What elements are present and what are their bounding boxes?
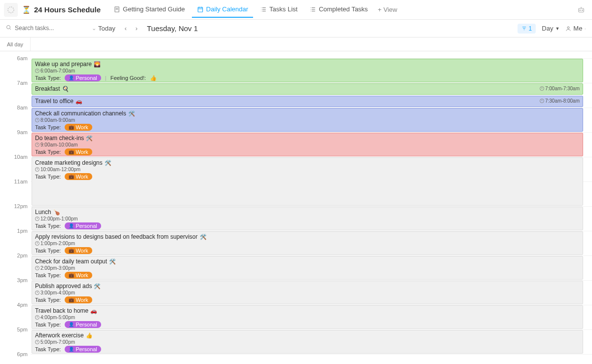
clock-icon <box>35 118 39 122</box>
filter-button[interactable]: 1 <box>518 24 536 34</box>
event-emoji-icon: 🛠️ <box>109 258 116 265</box>
event-title: Breakfast <box>35 85 60 92</box>
event-time: 10:00am-12:00pm <box>40 167 80 172</box>
task-type-label: Task Type: <box>35 223 61 229</box>
search-input[interactable] <box>15 25 89 32</box>
clock-icon <box>35 217 39 221</box>
event-time: 1:00pm-2:00pm <box>40 241 75 246</box>
task-type-badge: 👤Personal <box>65 222 101 229</box>
calendar-event[interactable]: Travel back to home 🚗4:00pm-5:00pmTask T… <box>32 305 583 329</box>
hour-label: 3pm <box>17 277 28 283</box>
event-time: 12:00pm-1:00pm <box>40 216 78 221</box>
calendar-event[interactable]: Publish approved ads 🛠️3:00pm-4:00pmTask… <box>32 281 583 304</box>
event-emoji-icon: 🛠️ <box>105 160 111 166</box>
me-filter-button[interactable]: Me · <box>565 25 586 32</box>
hour-label: 2pm <box>17 253 28 258</box>
task-type-badge: 👤Personal <box>65 321 101 328</box>
tab-getting-started-guide[interactable]: Getting Started Guide <box>109 1 190 18</box>
prev-day-button[interactable]: ‹ <box>121 24 130 33</box>
event-time: 2:00pm-3:00pm <box>40 265 75 271</box>
calendar-event[interactable]: Create marketing designs 🛠️10:00am-12:00… <box>32 157 583 206</box>
calendar-event[interactable]: Travel to office 🚗7:30am-8:00am <box>32 96 583 107</box>
tab-completed-tasks[interactable]: Completed Tasks <box>304 1 372 18</box>
today-button[interactable]: Today <box>98 25 115 32</box>
view-mode-select[interactable]: Day ▼ <box>542 25 559 32</box>
search-icon <box>6 25 12 32</box>
badge-icon: 👤 <box>69 347 74 352</box>
top-bar: ⏳ 24 Hours Schedule Getting Started Guid… <box>0 0 592 20</box>
calendar-event[interactable]: Afterwork exercise 👍5:00pm-7:00pmTask Ty… <box>32 330 583 354</box>
allday-lane[interactable] <box>31 37 592 51</box>
events-grid[interactable]: Wake up and prepare 🌄6:00am-7:00amTask T… <box>31 51 592 364</box>
filter-count: 1 <box>529 25 532 32</box>
hour-label: 6am <box>17 55 28 61</box>
event-title: Wake up and prepare <box>35 61 92 68</box>
event-title: Travel to office <box>35 98 74 105</box>
calendar-event[interactable]: Wake up and prepare 🌄6:00am-7:00amTask T… <box>32 59 583 82</box>
hour-label: 10am <box>14 154 28 160</box>
tab-label: Completed Tasks <box>319 5 368 13</box>
calendar-event[interactable]: Apply revisions to designs based on feed… <box>32 231 583 255</box>
clock-icon <box>35 69 39 73</box>
feeling-emoji-icon: 👍 <box>150 75 157 81</box>
chevron-down-icon[interactable]: ⌄ <box>92 25 96 32</box>
calendar-toolbar: ⌄ Today ‹ › Tuesday, Nov 1 1 Day ▼ Me · <box>0 20 592 37</box>
badge-icon: 💼 <box>69 149 74 154</box>
svg-point-0 <box>8 7 14 13</box>
title-text: 24 Hours Schedule <box>34 5 101 14</box>
tab-tasks-list[interactable]: Tasks List <box>255 1 302 18</box>
svg-line-25 <box>10 28 11 30</box>
calendar-event[interactable]: Breakfast 🍳7:00am-7:30am <box>32 83 583 95</box>
list-icon <box>309 6 316 13</box>
svg-point-29 <box>567 27 569 29</box>
doc-icon <box>113 6 120 13</box>
hour-label: 7am <box>17 80 28 86</box>
search-container: ⌄ <box>6 25 92 33</box>
hour-label: 5pm <box>17 327 28 332</box>
event-time: 8:00am-9:00am <box>40 117 75 123</box>
task-type-badge: 💼Work <box>65 124 92 131</box>
badge-icon: 💼 <box>69 174 74 179</box>
svg-point-24 <box>7 25 10 29</box>
task-type-label: Task Type: <box>35 75 61 81</box>
clock-icon <box>540 86 544 91</box>
event-title: Apply revisions to designs based on feed… <box>35 233 198 240</box>
calendar-event[interactable]: Lunch 🍗12:00pm-1:00pmTask Type:👤Personal <box>32 207 583 230</box>
calendar-event[interactable]: Check all communication channels 🛠️8:00a… <box>32 108 583 132</box>
allday-label: All day <box>0 37 31 51</box>
task-type-label: Task Type: <box>35 272 61 278</box>
badge-icon: 👤 <box>69 322 74 327</box>
hour-label: 1pm <box>17 228 28 234</box>
calendar-body: 6am7am8am9am10am11am12pm1pm2pm3pm4pm5pm6… <box>0 51 592 364</box>
badge-icon: 💼 <box>69 125 74 130</box>
task-type-badge: 👤Personal <box>65 346 101 353</box>
event-title: Afterwork exercise <box>35 332 84 339</box>
add-view-button[interactable]: + View <box>373 2 403 17</box>
clock-icon <box>35 143 39 147</box>
next-day-button[interactable]: › <box>132 24 141 33</box>
page-title[interactable]: ⏳ 24 Hours Schedule <box>22 5 101 14</box>
allday-row: All day <box>0 37 592 51</box>
event-title: Check all communication channels <box>35 110 126 117</box>
event-emoji-icon: 🛠️ <box>200 234 207 240</box>
task-type-label: Task Type: <box>35 297 61 303</box>
event-time: 9:00am-10:00am <box>40 142 78 147</box>
hour-label: 9am <box>17 129 28 135</box>
event-title: Check for daily team output <box>35 258 107 265</box>
clock-icon <box>35 266 39 270</box>
chevron-down-icon: ▼ <box>555 26 559 31</box>
calendar-event[interactable]: Do team check-ins 🛠️9:00am-10:00amTask T… <box>32 133 583 156</box>
app-logo[interactable] <box>4 3 18 17</box>
calendar-icon <box>197 6 204 13</box>
task-type-badge: 💼Work <box>65 148 92 155</box>
svg-point-21 <box>580 10 581 11</box>
time-gutter: 6am7am8am9am10am11am12pm1pm2pm3pm4pm5pm6… <box>0 51 31 364</box>
assistant-button[interactable] <box>574 3 588 17</box>
view-tabs: Getting Started GuideDaily CalendarTasks… <box>109 1 373 18</box>
svg-rect-4 <box>198 7 202 11</box>
tab-label: Tasks List <box>269 5 297 13</box>
tab-daily-calendar[interactable]: Daily Calendar <box>192 1 253 18</box>
badge-icon: 👤 <box>69 75 74 80</box>
calendar-event[interactable]: Check for daily team output 🛠️2:00pm-3:0… <box>32 256 583 280</box>
task-type-label: Task Type: <box>35 174 61 180</box>
